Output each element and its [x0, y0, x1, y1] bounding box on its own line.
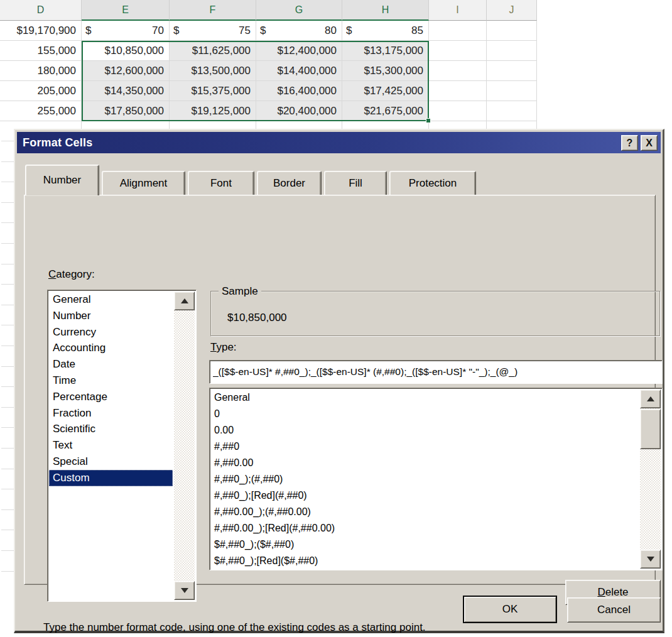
- close-icon: X: [646, 138, 653, 149]
- tab-alignment[interactable]: Alignment: [102, 171, 185, 195]
- cell[interactable]: [342, 121, 429, 129]
- cell[interactable]: $12,600,000: [82, 61, 170, 81]
- gridline: [1, 366, 14, 367]
- cell[interactable]: $15,375,000: [170, 81, 256, 101]
- cell[interactable]: [487, 121, 537, 129]
- ok-button[interactable]: OK: [463, 596, 557, 623]
- cell[interactable]: [429, 101, 487, 121]
- cancel-button[interactable]: Cancel: [567, 597, 661, 623]
- tab-protection[interactable]: Protection: [389, 171, 476, 195]
- dialog-help-button[interactable]: ?: [621, 135, 638, 151]
- gridline: [1, 141, 14, 141]
- category-scrollbar[interactable]: [174, 291, 195, 600]
- cell[interactable]: [429, 81, 487, 101]
- currency-symbol: $: [346, 24, 352, 37]
- cell[interactable]: $16,400,000: [256, 81, 342, 101]
- category-listbox[interactable]: GeneralNumberCurrencyAccountingDateTimeP…: [47, 290, 197, 602]
- cell[interactable]: $19,125,000: [170, 101, 256, 121]
- column-header-F[interactable]: F: [170, 0, 256, 21]
- cell[interactable]: [429, 41, 487, 61]
- cell[interactable]: $80: [256, 21, 342, 41]
- cell[interactable]: $11,625,000: [170, 41, 256, 61]
- category-item-general[interactable]: General: [49, 291, 173, 308]
- cell[interactable]: $20,400,000: [256, 101, 342, 121]
- gridline: [1, 243, 14, 244]
- cell[interactable]: $13,175,000: [342, 41, 429, 61]
- cell[interactable]: [256, 121, 342, 129]
- cell[interactable]: 255,000: [0, 101, 82, 121]
- category-item-text[interactable]: Text: [49, 437, 173, 454]
- format-codes-scrollbar[interactable]: [640, 389, 661, 569]
- scrollbar-thumb[interactable]: [640, 409, 661, 449]
- category-item-number[interactable]: Number: [49, 308, 173, 324]
- format-code-item[interactable]: General: [211, 389, 639, 406]
- format-code-item[interactable]: #,##0_);(#,##0): [211, 471, 639, 487]
- cell[interactable]: $12,400,000: [256, 41, 342, 61]
- column-header-G[interactable]: G: [256, 0, 342, 21]
- cell[interactable]: $17,425,000: [342, 81, 429, 101]
- cell[interactable]: 205,000: [0, 81, 82, 101]
- category-item-scientific[interactable]: Scientific: [49, 421, 173, 437]
- cell[interactable]: 180,000: [0, 61, 82, 81]
- cell[interactable]: $19,170,900: [0, 21, 82, 41]
- cell[interactable]: $13,500,000: [170, 61, 256, 81]
- tab-fill[interactable]: Fill: [324, 171, 387, 195]
- scroll-down-button[interactable]: [174, 581, 195, 600]
- cell[interactable]: $21,675,000: [342, 101, 429, 121]
- cell[interactable]: $14,400,000: [256, 61, 342, 81]
- type-input[interactable]: [209, 360, 663, 384]
- cell[interactable]: [0, 121, 82, 129]
- format-codes-listbox[interactable]: General00.00#,##0#,##0.00#,##0_);(#,##0)…: [209, 388, 663, 570]
- column-header-E[interactable]: E: [82, 0, 170, 21]
- format-code-item[interactable]: #,##0_);[Red](#,##0): [211, 487, 639, 504]
- scroll-up-button[interactable]: [174, 291, 195, 310]
- cell[interactable]: $14,350,000: [82, 81, 170, 101]
- cell[interactable]: [170, 121, 256, 129]
- cell[interactable]: $10,850,000: [82, 41, 170, 61]
- format-code-item[interactable]: #,##0: [211, 438, 639, 455]
- cell[interactable]: [429, 121, 487, 129]
- cell[interactable]: [487, 101, 537, 121]
- column-header-D[interactable]: D: [0, 0, 82, 21]
- format-code-item[interactable]: 0: [211, 406, 639, 422]
- cell[interactable]: [487, 61, 537, 81]
- format-code-item[interactable]: 0.00: [211, 422, 639, 438]
- category-scrollbar-track[interactable]: [174, 310, 195, 581]
- tab-border[interactable]: Border: [257, 171, 322, 195]
- fill-handle[interactable]: [426, 118, 431, 123]
- cell[interactable]: $70: [82, 21, 170, 41]
- category-item-accounting[interactable]: Accounting: [49, 340, 173, 356]
- column-header-J[interactable]: J: [487, 0, 537, 21]
- category-item-percentage[interactable]: Percentage: [49, 389, 173, 405]
- cell[interactable]: $17,850,000: [82, 101, 170, 121]
- category-item-currency[interactable]: Currency: [49, 324, 173, 340]
- column-header-H[interactable]: H: [342, 0, 429, 21]
- cell[interactable]: $75: [170, 21, 256, 41]
- scroll-up-button[interactable]: [640, 389, 661, 408]
- dialog-close-button[interactable]: X: [641, 135, 658, 151]
- tab-number[interactable]: Number: [25, 165, 99, 195]
- cell[interactable]: $85: [342, 21, 429, 41]
- cell[interactable]: [429, 21, 487, 41]
- category-item-special[interactable]: Special: [49, 454, 173, 470]
- format-code-item[interactable]: #,##0.00_);(#,##0.00): [211, 504, 639, 520]
- tab-font[interactable]: Font: [188, 171, 254, 195]
- cell[interactable]: [82, 121, 170, 129]
- cell[interactable]: [487, 21, 537, 41]
- format-code-item[interactable]: $#,##0_);($#,##0): [211, 536, 639, 553]
- format-code-item[interactable]: #,##0.00_);[Red](#,##0.00): [211, 520, 639, 536]
- cell[interactable]: 155,000: [0, 41, 82, 61]
- category-item-fraction[interactable]: Fraction: [49, 405, 173, 422]
- scroll-down-button[interactable]: [640, 550, 661, 569]
- format-code-item[interactable]: $#,##0_);[Red]($#,##0): [211, 553, 639, 569]
- cell[interactable]: [487, 41, 537, 61]
- category-item-date[interactable]: Date: [49, 356, 173, 373]
- cell[interactable]: [429, 61, 487, 81]
- column-header-I[interactable]: I: [429, 0, 487, 21]
- cell[interactable]: [487, 81, 537, 101]
- category-item-custom[interactable]: Custom: [49, 470, 173, 486]
- cell[interactable]: $15,300,000: [342, 61, 429, 81]
- gridline: [1, 346, 14, 346]
- format-code-item[interactable]: #,##0.00: [211, 455, 639, 471]
- category-item-time[interactable]: Time: [49, 373, 173, 389]
